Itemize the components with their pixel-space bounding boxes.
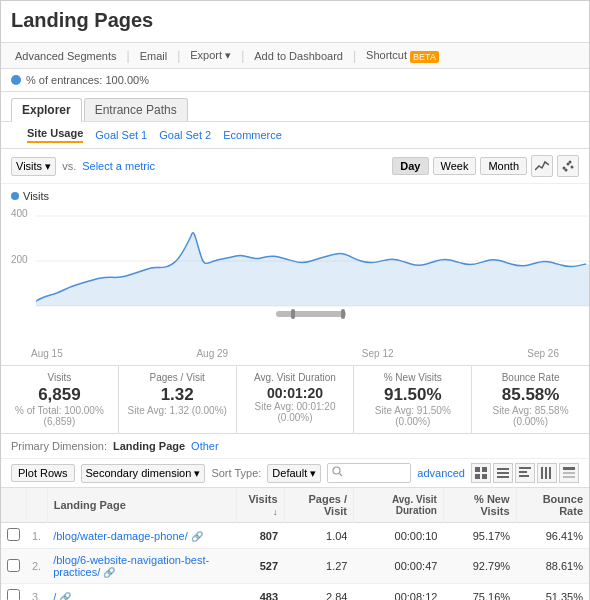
scatter-chart-icon-btn[interactable]	[557, 155, 579, 177]
stat-avg-duration: Avg. Visit Duration 00:01:20 Site Avg: 0…	[237, 366, 355, 433]
chart-legend-dot	[11, 192, 19, 200]
divider-1: |	[127, 49, 130, 63]
shortcut-button[interactable]: Shortcut BETA	[362, 47, 443, 63]
svg-rect-21	[519, 471, 527, 473]
stat-bounce-sub: Site Avg: 85.58% (0.00%)	[480, 405, 581, 427]
svg-rect-25	[549, 467, 551, 479]
table-header-row: Landing Page Visits ↓ Pages / Visit Avg.…	[1, 488, 589, 523]
row-landing-page-2[interactable]: /🔗	[47, 584, 236, 601]
week-button[interactable]: Week	[433, 157, 477, 175]
x-label-sep12: Sep 12	[362, 348, 394, 359]
th-avg-duration[interactable]: Avg. Visit Duration	[353, 488, 443, 523]
external-link-icon-0: 🔗	[191, 531, 203, 542]
svg-rect-27	[563, 472, 575, 474]
stat-bounce-value: 85.58%	[480, 385, 581, 405]
dim-landing-page[interactable]: Landing Page	[113, 440, 185, 452]
stat-newvisits-value: 91.50%	[362, 385, 463, 405]
row-num-0: 1.	[26, 523, 47, 549]
pivot-icon-btn[interactable]	[515, 463, 535, 483]
month-button[interactable]: Month	[480, 157, 527, 175]
day-button[interactable]: Day	[392, 157, 428, 175]
metric-right: Day Week Month	[392, 155, 579, 177]
metric-controls: Visits ▾ vs. Select a metric Day Week Mo…	[1, 149, 589, 184]
toolbar: Advanced Segments | Email | Export ▾ | A…	[1, 43, 589, 69]
th-landing-page[interactable]: Landing Page	[47, 488, 236, 523]
table-row: 1. /blog/water-damage-phone/🔗 807 1.04 0…	[1, 523, 589, 549]
table-row: 2. /blog/6-website-navigation-best-pract…	[1, 549, 589, 584]
table-icon	[563, 467, 575, 479]
stat-bounce-label: Bounce Rate	[480, 372, 581, 383]
th-pages-visit[interactable]: Pages / Visit	[284, 488, 353, 523]
stat-newvisits-label: % New Visits	[362, 372, 463, 383]
sub-tab-site-usage[interactable]: Site Usage	[27, 127, 83, 143]
external-link-icon-1: 🔗	[103, 567, 115, 578]
svg-rect-18	[497, 472, 509, 474]
list-view-icon-btn[interactable]	[493, 463, 513, 483]
row-new-visits-0: 95.17%	[443, 523, 516, 549]
line-chart-icon	[535, 160, 549, 172]
add-to-dashboard-button[interactable]: Add to Dashboard	[250, 48, 347, 64]
svg-rect-15	[475, 474, 480, 479]
svg-rect-23	[541, 467, 543, 479]
stat-duration-sub: Site Avg: 00:01:20 (0.00%)	[245, 401, 346, 423]
table-row: 3. /🔗 483 2.84 00:08:12 75.16% 51.35%	[1, 584, 589, 601]
filter-row: Plot Rows Secondary dimension ▾ Sort Typ…	[1, 459, 589, 488]
email-button[interactable]: Email	[136, 48, 172, 64]
x-label-sep26: Sep 26	[527, 348, 559, 359]
export-button[interactable]: Export ▾	[186, 47, 235, 64]
data-table: Landing Page Visits ↓ Pages / Visit Avg.…	[1, 488, 589, 600]
dim-other[interactable]: Other	[191, 440, 219, 452]
beta-badge: BETA	[410, 51, 439, 63]
columns-icon-btn[interactable]	[537, 463, 557, 483]
svg-rect-13	[475, 467, 480, 472]
main-tabs-row: Explorer Entrance Paths	[1, 92, 589, 122]
th-bounce-rate[interactable]: Bounce Rate	[516, 488, 589, 523]
row-pages-visit-0: 1.04	[284, 523, 353, 549]
divider-3: |	[241, 49, 244, 63]
page-title: Landing Pages	[11, 9, 579, 32]
row-new-visits-1: 92.79%	[443, 549, 516, 584]
line-chart-icon-btn[interactable]	[531, 155, 553, 177]
sort-default-select[interactable]: Default ▾	[267, 464, 321, 483]
chart-legend-label: Visits	[23, 190, 49, 202]
row-checkbox-0[interactable]	[1, 523, 26, 549]
th-new-visits[interactable]: % New Visits	[443, 488, 516, 523]
svg-point-2	[571, 166, 574, 169]
advanced-segments-button[interactable]: Advanced Segments	[11, 48, 121, 64]
stat-newvisits-sub: Site Avg: 91.50% (0.00%)	[362, 405, 463, 427]
row-landing-page-0[interactable]: /blog/water-damage-phone/🔗	[47, 523, 236, 549]
x-label-aug15: Aug 15	[31, 348, 63, 359]
sub-tab-ecommerce[interactable]: Ecommerce	[223, 129, 282, 141]
sub-tab-goal-set-1[interactable]: Goal Set 1	[95, 129, 147, 141]
select-metric-link[interactable]: Select a metric	[82, 160, 155, 172]
svg-rect-17	[497, 468, 509, 470]
tab-explorer[interactable]: Explorer	[11, 98, 82, 122]
primary-dim-label: Primary Dimension:	[11, 440, 107, 452]
row-checkbox-1[interactable]	[1, 549, 26, 584]
svg-rect-20	[519, 467, 531, 469]
sub-tabs-row: Site Usage Goal Set 1 Goal Set 2 Ecommer…	[1, 122, 589, 149]
metric-visits-select[interactable]: Visits ▾	[11, 157, 56, 176]
segment-dot	[11, 75, 21, 85]
stat-duration-value: 00:01:20	[245, 385, 346, 401]
y-mid-label: 200	[11, 254, 28, 265]
row-checkbox-2[interactable]	[1, 584, 26, 601]
row-landing-page-1[interactable]: /blog/6-website-navigation-best-practice…	[47, 549, 236, 584]
stat-visits-value: 6,859	[9, 385, 110, 405]
chart-area: Visits 400 200 Aug 15 Aug 29 Sep 12 Sep …	[1, 184, 589, 359]
table-icon-btn[interactable]	[559, 463, 579, 483]
tab-entrance-paths[interactable]: Entrance Paths	[84, 98, 188, 121]
secondary-dimension-select[interactable]: Secondary dimension ▾	[81, 464, 206, 483]
sort-type-label: Sort Type:	[211, 467, 261, 479]
sub-tab-goal-set-2[interactable]: Goal Set 2	[159, 129, 211, 141]
advanced-link[interactable]: advanced	[417, 467, 465, 479]
plot-rows-button[interactable]: Plot Rows	[11, 464, 75, 482]
search-icon	[332, 466, 343, 480]
stat-visits-label: Visits	[9, 372, 110, 383]
segment-label: % of entrances: 100.00%	[26, 74, 149, 86]
search-input[interactable]	[346, 467, 406, 479]
th-visits[interactable]: Visits ↓	[236, 488, 284, 523]
row-new-visits-2: 75.16%	[443, 584, 516, 601]
view-icons	[471, 463, 579, 483]
grid-view-icon-btn[interactable]	[471, 463, 491, 483]
